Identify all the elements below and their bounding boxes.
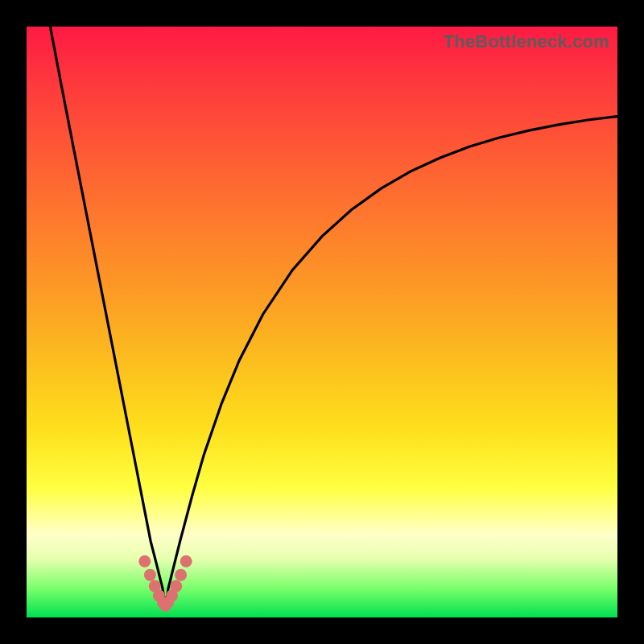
- near-minimum-dots: [138, 555, 192, 612]
- marker-dot: [175, 569, 187, 581]
- marker-dot: [144, 569, 156, 581]
- marker-dot: [170, 580, 182, 592]
- bottleneck-curve: [50, 27, 617, 605]
- curve-layer: [27, 27, 617, 617]
- plot-area: TheBottleneck.com: [27, 27, 617, 617]
- chart-frame: TheBottleneck.com: [0, 0, 644, 644]
- marker-dot: [180, 555, 192, 568]
- marker-dot: [138, 555, 151, 568]
